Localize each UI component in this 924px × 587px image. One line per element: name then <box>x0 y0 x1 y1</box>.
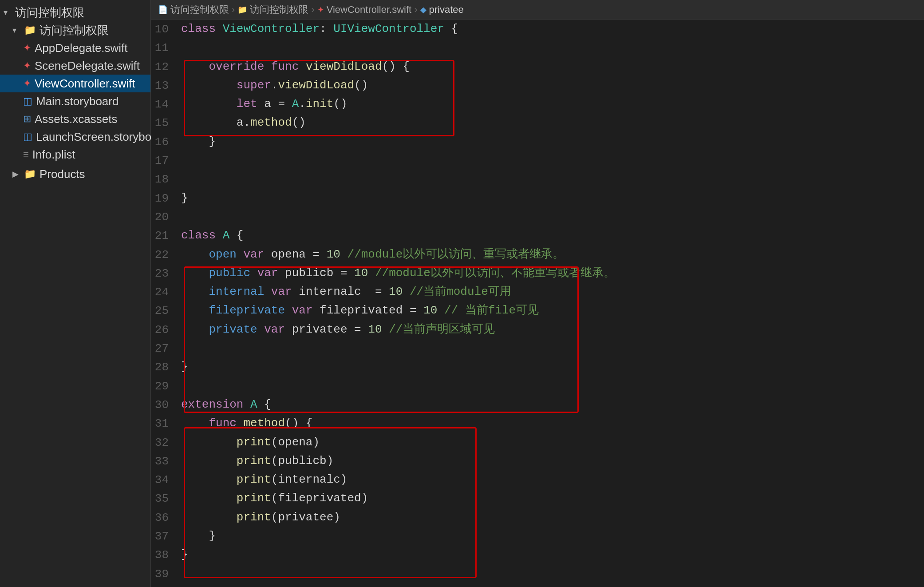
line-number: 13 <box>151 76 178 95</box>
table-row: 38} <box>151 545 924 564</box>
line-number: 23 <box>151 264 178 282</box>
code-area: 📄 访问控制权限 › 📁 访问控制权限 › ✦ ViewController.s… <box>151 0 924 587</box>
table-row: 17 <box>151 151 924 170</box>
line-number: 32 <box>151 433 178 452</box>
table-row: 18 <box>151 170 924 188</box>
table-row: 33 print(publicb) <box>151 452 924 470</box>
line-code: print(privatee) <box>178 508 924 527</box>
sidebar-root-item[interactable]: ▾ 访问控制权限 <box>0 4 150 21</box>
sidebar-item-appdelegate[interactable]: ✦ AppDelegate.swift <box>0 39 150 57</box>
line-code: super.viewDidLoad() <box>178 76 924 95</box>
var-icon: ◆ <box>420 5 426 15</box>
table-row: 27 <box>151 339 924 357</box>
line-number: 12 <box>151 57 178 76</box>
table-row: 36 print(privatee) <box>151 508 924 527</box>
table-row: 15 a.method() <box>151 113 924 132</box>
chevron-down-icon: ▾ <box>4 8 12 17</box>
sidebar-item-assets[interactable]: ⊞ Assets.xcassets <box>0 110 150 128</box>
line-code <box>178 339 924 357</box>
line-code: } <box>178 357 924 376</box>
line-code <box>178 170 924 188</box>
line-number: 29 <box>151 377 178 395</box>
line-code <box>178 151 924 170</box>
chevron-right-icon: ▶ <box>12 169 20 179</box>
line-code: override func viewDidLoad() { <box>178 57 924 76</box>
line-code <box>178 377 924 395</box>
line-number: 14 <box>151 95 178 113</box>
line-number: 18 <box>151 170 178 188</box>
breadcrumb-item-3[interactable]: ViewController.swift <box>327 4 412 16</box>
swift-icon: ✦ <box>23 60 31 71</box>
breadcrumb-item-2[interactable]: 访问控制权限 <box>250 3 308 16</box>
breadcrumb-sep: › <box>414 4 417 16</box>
sidebar-folder-item[interactable]: ▾ 📁 访问控制权限 <box>0 21 150 39</box>
line-code: } <box>178 132 924 151</box>
line-number: 28 <box>151 357 178 376</box>
line-code: func method() { <box>178 414 924 432</box>
sidebar-item-products[interactable]: ▶ 📁 Products <box>0 165 150 183</box>
line-code <box>178 564 924 583</box>
table-row: 24 internal var internalc = 10 //当前modul… <box>151 282 924 301</box>
line-number: 10 <box>151 20 178 38</box>
sidebar-root-label: 访问控制权限 <box>15 5 84 20</box>
sidebar-item-label: ViewController.swift <box>35 77 135 91</box>
breadcrumb-item-4[interactable]: privatee <box>429 4 464 16</box>
table-row: 22 open var opena = 10 //module以外可以访问、重写… <box>151 245 924 264</box>
table-row: 26 private var privatee = 10 //当前声明区域可见 <box>151 320 924 339</box>
file-icon: 📄 <box>158 5 168 15</box>
sidebar-item-label: Products <box>39 167 85 181</box>
sidebar-item-mainstoryboard[interactable]: ◫ Main.storyboard <box>0 92 150 110</box>
line-code: internal var internalc = 10 //当前module可用 <box>178 282 924 301</box>
line-code <box>178 38 924 57</box>
breadcrumb-item-1[interactable]: 访问控制权限 <box>170 3 229 16</box>
table-row: 30extension A { <box>151 395 924 414</box>
code-editor[interactable]: 10class ViewController: UIViewController… <box>151 20 924 587</box>
chevron-down-icon: ▾ <box>12 25 20 35</box>
line-code: public var publicb = 10 //module以外可以访问、不… <box>178 264 924 282</box>
line-code: a.method() <box>178 113 924 132</box>
plist-icon: ≡ <box>23 149 29 160</box>
line-code: class ViewController: UIViewController { <box>178 20 924 38</box>
breadcrumb: 📄 访问控制权限 › 📁 访问控制权限 › ✦ ViewController.s… <box>151 0 924 20</box>
table-row: 16 } <box>151 132 924 151</box>
line-number: 36 <box>151 508 178 527</box>
line-number: 26 <box>151 320 178 339</box>
line-code: private var privatee = 10 //当前声明区域可见 <box>178 320 924 339</box>
line-code <box>178 207 924 226</box>
assets-icon: ⊞ <box>23 113 31 125</box>
sidebar-item-label: SceneDelegate.swift <box>35 59 140 73</box>
table-row: 23 public var publicb = 10 //module以外可以访… <box>151 264 924 282</box>
storyboard-icon: ◫ <box>23 131 32 143</box>
line-code: } <box>178 189 924 207</box>
table-row: 11 <box>151 38 924 57</box>
line-number: 16 <box>151 132 178 151</box>
sidebar-item-label: Info.plist <box>32 148 75 162</box>
table-row: 39 <box>151 564 924 583</box>
sidebar: ▾ 访问控制权限 ▾ 📁 访问控制权限 ✦ AppDelegate.swift … <box>0 0 151 587</box>
sidebar-folder-label: 访问控制权限 <box>39 23 109 38</box>
line-number: 19 <box>151 189 178 207</box>
sidebar-item-label: LaunchScreen.storyboard <box>36 130 168 144</box>
line-number: 30 <box>151 395 178 414</box>
line-number: 33 <box>151 452 178 470</box>
sidebar-item-scenedelegate[interactable]: ✦ SceneDelegate.swift <box>0 57 150 75</box>
line-number: 27 <box>151 339 178 357</box>
table-row: 35 print(fileprivated) <box>151 489 924 508</box>
line-code: class A { <box>178 226 924 245</box>
line-code: print(fileprivated) <box>178 489 924 508</box>
line-code: extension A { <box>178 395 924 414</box>
sidebar-item-launchscreen[interactable]: ◫ LaunchScreen.storyboard <box>0 128 150 146</box>
sidebar-item-infoplist[interactable]: ≡ Info.plist <box>0 146 150 163</box>
line-number: 37 <box>151 527 178 545</box>
sidebar-item-viewcontroller[interactable]: ✦ ViewController.swift <box>0 75 150 92</box>
storyboard-icon: ◫ <box>23 95 32 107</box>
line-number: 22 <box>151 245 178 264</box>
line-number: 25 <box>151 301 178 320</box>
table-row: 29 <box>151 377 924 395</box>
sidebar-item-label: Main.storyboard <box>36 95 118 108</box>
table-row: 20 <box>151 207 924 226</box>
line-number: 20 <box>151 207 178 226</box>
code-table: 10class ViewController: UIViewController… <box>151 20 924 583</box>
table-row: 28} <box>151 357 924 376</box>
line-number: 38 <box>151 545 178 564</box>
